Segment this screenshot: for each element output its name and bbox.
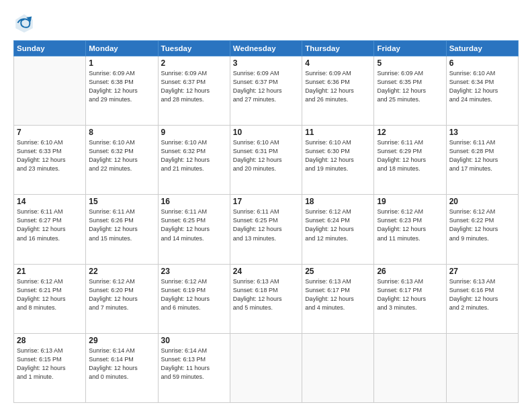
day-number: 26: [377, 267, 443, 276]
day-info: Sunrise: 6:09 AM Sunset: 6:37 PM Dayligh…: [233, 69, 299, 104]
calendar-cell: 28Sunrise: 6:13 AM Sunset: 6:15 PM Dayli…: [14, 333, 86, 402]
day-info: Sunrise: 6:10 AM Sunset: 6:32 PM Dayligh…: [161, 138, 227, 173]
day-info: Sunrise: 6:12 AM Sunset: 6:24 PM Dayligh…: [305, 208, 371, 242]
day-info: Sunrise: 6:12 AM Sunset: 6:23 PM Dayligh…: [377, 208, 443, 242]
calendar-cell: 9Sunrise: 6:10 AM Sunset: 6:32 PM Daylig…: [158, 126, 230, 195]
calendar-cell: 11Sunrise: 6:10 AM Sunset: 6:30 PM Dayli…: [302, 126, 374, 195]
day-number: 7: [17, 128, 83, 137]
day-number: 13: [449, 128, 515, 137]
day-number: 6: [449, 58, 515, 68]
calendar-cell: 17Sunrise: 6:11 AM Sunset: 6:25 PM Dayli…: [230, 195, 302, 264]
weekday-header-row: SundayMondayTuesdayWednesdayThursdayFrid…: [14, 41, 519, 56]
calendar-cell: 27Sunrise: 6:13 AM Sunset: 6:16 PM Dayli…: [446, 264, 518, 333]
day-number: 11: [305, 128, 371, 137]
day-number: 25: [305, 267, 371, 276]
day-number: 12: [377, 128, 443, 137]
day-info: Sunrise: 6:10 AM Sunset: 6:32 PM Dayligh…: [89, 138, 154, 173]
calendar-cell: 20Sunrise: 6:12 AM Sunset: 6:22 PM Dayli…: [446, 195, 518, 264]
day-number: 15: [89, 197, 154, 206]
day-info: Sunrise: 6:13 AM Sunset: 6:17 PM Dayligh…: [377, 277, 443, 312]
calendar-cell: 15Sunrise: 6:11 AM Sunset: 6:26 PM Dayli…: [86, 195, 158, 264]
calendar-cell: 24Sunrise: 6:13 AM Sunset: 6:18 PM Dayli…: [230, 264, 302, 333]
calendar-cell: [374, 333, 446, 402]
day-info: Sunrise: 6:10 AM Sunset: 6:31 PM Dayligh…: [233, 138, 299, 173]
page: SundayMondayTuesdayWednesdayThursdayFrid…: [0, 0, 532, 411]
day-info: Sunrise: 6:14 AM Sunset: 6:14 PM Dayligh…: [89, 347, 154, 381]
weekday-header-thursday: Thursday: [302, 41, 374, 56]
day-number: 30: [161, 336, 227, 345]
day-number: 23: [161, 267, 227, 276]
day-number: 14: [17, 197, 83, 206]
weekday-header-tuesday: Tuesday: [158, 41, 230, 56]
day-info: Sunrise: 6:14 AM Sunset: 6:13 PM Dayligh…: [161, 347, 227, 381]
day-number: 8: [89, 128, 154, 137]
calendar-cell: 16Sunrise: 6:11 AM Sunset: 6:25 PM Dayli…: [158, 195, 230, 264]
day-info: Sunrise: 6:10 AM Sunset: 6:30 PM Dayligh…: [305, 138, 371, 173]
calendar-cell: 8Sunrise: 6:10 AM Sunset: 6:32 PM Daylig…: [86, 126, 158, 195]
weekday-header-sunday: Sunday: [14, 41, 86, 56]
calendar-cell: 2Sunrise: 6:09 AM Sunset: 6:37 PM Daylig…: [158, 56, 230, 126]
calendar-cell: 23Sunrise: 6:12 AM Sunset: 6:19 PM Dayli…: [158, 264, 230, 333]
calendar-cell: [302, 333, 374, 402]
calendar-week-2: 7Sunrise: 6:10 AM Sunset: 6:33 PM Daylig…: [14, 126, 519, 195]
day-info: Sunrise: 6:11 AM Sunset: 6:25 PM Dayligh…: [233, 208, 299, 242]
day-number: 9: [161, 128, 227, 137]
calendar-cell: 19Sunrise: 6:12 AM Sunset: 6:23 PM Dayli…: [374, 195, 446, 264]
day-number: 3: [233, 58, 299, 68]
calendar-cell: 5Sunrise: 6:09 AM Sunset: 6:35 PM Daylig…: [374, 56, 446, 126]
day-info: Sunrise: 6:12 AM Sunset: 6:20 PM Dayligh…: [89, 277, 154, 312]
calendar-week-4: 21Sunrise: 6:12 AM Sunset: 6:21 PM Dayli…: [14, 264, 519, 333]
calendar-cell: 3Sunrise: 6:09 AM Sunset: 6:37 PM Daylig…: [230, 56, 302, 126]
day-number: 22: [89, 267, 154, 276]
calendar-table: SundayMondayTuesdayWednesdayThursdayFrid…: [13, 40, 519, 403]
day-info: Sunrise: 6:12 AM Sunset: 6:19 PM Dayligh…: [161, 277, 227, 312]
calendar-week-1: 1Sunrise: 6:09 AM Sunset: 6:38 PM Daylig…: [14, 56, 519, 126]
day-number: 19: [377, 197, 443, 206]
day-info: Sunrise: 6:11 AM Sunset: 6:28 PM Dayligh…: [449, 138, 515, 173]
day-number: 5: [377, 58, 443, 68]
day-info: Sunrise: 6:10 AM Sunset: 6:34 PM Dayligh…: [449, 69, 515, 104]
day-info: Sunrise: 6:09 AM Sunset: 6:37 PM Dayligh…: [161, 69, 227, 104]
day-info: Sunrise: 6:13 AM Sunset: 6:18 PM Dayligh…: [233, 277, 299, 312]
calendar-cell: 30Sunrise: 6:14 AM Sunset: 6:13 PM Dayli…: [158, 333, 230, 402]
calendar-cell: 18Sunrise: 6:12 AM Sunset: 6:24 PM Dayli…: [302, 195, 374, 264]
day-info: Sunrise: 6:09 AM Sunset: 6:36 PM Dayligh…: [305, 69, 371, 104]
weekday-header-friday: Friday: [374, 41, 446, 56]
calendar-week-5: 28Sunrise: 6:13 AM Sunset: 6:15 PM Dayli…: [14, 333, 519, 402]
day-number: 27: [449, 267, 515, 276]
calendar-cell: 10Sunrise: 6:10 AM Sunset: 6:31 PM Dayli…: [230, 126, 302, 195]
day-number: 10: [233, 128, 299, 137]
weekday-header-saturday: Saturday: [446, 41, 518, 56]
day-info: Sunrise: 6:12 AM Sunset: 6:21 PM Dayligh…: [17, 277, 83, 312]
day-number: 4: [305, 58, 371, 68]
logo-icon: [13, 12, 35, 34]
weekday-header-monday: Monday: [86, 41, 158, 56]
header: [13, 12, 519, 34]
day-number: 20: [449, 197, 515, 206]
day-info: Sunrise: 6:11 AM Sunset: 6:26 PM Dayligh…: [89, 208, 154, 242]
calendar-cell: [14, 56, 86, 126]
calendar-cell: [230, 333, 302, 402]
calendar-cell: 22Sunrise: 6:12 AM Sunset: 6:20 PM Dayli…: [86, 264, 158, 333]
day-info: Sunrise: 6:09 AM Sunset: 6:35 PM Dayligh…: [377, 69, 443, 104]
calendar-cell: 29Sunrise: 6:14 AM Sunset: 6:14 PM Dayli…: [86, 333, 158, 402]
day-number: 2: [161, 58, 227, 68]
day-number: 28: [17, 336, 83, 345]
calendar-cell: 14Sunrise: 6:11 AM Sunset: 6:27 PM Dayli…: [14, 195, 86, 264]
calendar-cell: 1Sunrise: 6:09 AM Sunset: 6:38 PM Daylig…: [86, 56, 158, 126]
calendar-cell: 26Sunrise: 6:13 AM Sunset: 6:17 PM Dayli…: [374, 264, 446, 333]
day-number: 1: [89, 58, 154, 68]
calendar-cell: 4Sunrise: 6:09 AM Sunset: 6:36 PM Daylig…: [302, 56, 374, 126]
calendar-cell: 21Sunrise: 6:12 AM Sunset: 6:21 PM Dayli…: [14, 264, 86, 333]
day-info: Sunrise: 6:13 AM Sunset: 6:17 PM Dayligh…: [305, 277, 371, 312]
calendar-cell: 12Sunrise: 6:11 AM Sunset: 6:29 PM Dayli…: [374, 126, 446, 195]
day-info: Sunrise: 6:11 AM Sunset: 6:27 PM Dayligh…: [17, 208, 83, 242]
day-number: 21: [17, 267, 83, 276]
day-info: Sunrise: 6:11 AM Sunset: 6:29 PM Dayligh…: [377, 138, 443, 173]
day-info: Sunrise: 6:13 AM Sunset: 6:16 PM Dayligh…: [449, 277, 515, 312]
calendar-week-3: 14Sunrise: 6:11 AM Sunset: 6:27 PM Dayli…: [14, 195, 519, 264]
day-number: 17: [233, 197, 299, 206]
day-info: Sunrise: 6:13 AM Sunset: 6:15 PM Dayligh…: [17, 347, 83, 381]
day-number: 24: [233, 267, 299, 276]
day-info: Sunrise: 6:12 AM Sunset: 6:22 PM Dayligh…: [449, 208, 515, 242]
